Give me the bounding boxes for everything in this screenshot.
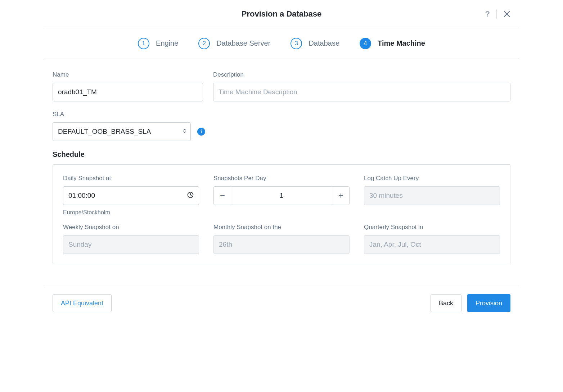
step-label: Engine: [156, 39, 178, 47]
schedule-title: Schedule: [53, 150, 510, 159]
snapshots-per-day-field: Snapshots Per Day 1: [213, 175, 350, 216]
provision-modal: Provision a Database ? 1 Engine 2 Databa…: [44, 0, 519, 320]
step-number: 4: [360, 38, 371, 49]
name-field: Name: [53, 71, 203, 101]
step-database-server[interactable]: 2 Database Server: [198, 38, 270, 49]
snapshots-per-day-stepper: 1: [213, 186, 350, 205]
header-actions: ?: [485, 9, 510, 19]
sla-row: DEFAULT_OOB_BRASS_SLA i: [53, 122, 510, 141]
increment-button[interactable]: [332, 187, 349, 205]
weekly-snapshot-input: [63, 235, 199, 254]
clock-icon[interactable]: [187, 191, 194, 200]
log-catch-up-label: Log Catch Up Every: [364, 175, 500, 182]
weekly-snapshot-field: Weekly Snapshot on: [63, 224, 199, 254]
name-description-row: Name Description: [53, 71, 510, 101]
quarterly-snapshot-field: Quarterly Snapshot in: [364, 224, 500, 254]
wizard-stepper: 1 Engine 2 Database Server 3 Database 4 …: [44, 28, 519, 59]
snapshots-per-day-value: 1: [231, 187, 332, 205]
step-time-machine[interactable]: 4 Time Machine: [360, 38, 425, 49]
help-icon[interactable]: ?: [485, 9, 490, 19]
schedule-grid-row1: Daily Snapshot at Europe/Stockholm Snaps…: [63, 175, 500, 216]
info-icon[interactable]: i: [197, 128, 205, 136]
timezone-label: Europe/Stockholm: [63, 209, 199, 216]
quarterly-snapshot-label: Quarterly Snapshot in: [364, 224, 500, 231]
schedule-box: Daily Snapshot at Europe/Stockholm Snaps…: [53, 164, 510, 264]
header-divider: [496, 9, 497, 19]
back-button[interactable]: Back: [431, 294, 461, 312]
daily-snapshot-field: Daily Snapshot at Europe/Stockholm: [63, 175, 199, 216]
decrement-button[interactable]: [214, 187, 231, 205]
monthly-snapshot-input: [213, 235, 350, 254]
name-input[interactable]: [53, 83, 203, 101]
sla-label: SLA: [53, 111, 510, 118]
api-equivalent-button[interactable]: API Equivalent: [53, 294, 112, 312]
step-database[interactable]: 3 Database: [290, 38, 339, 49]
step-engine[interactable]: 1 Engine: [138, 38, 178, 49]
modal-body: Name Description SLA DEFAULT_OOB_BRASS_S…: [44, 59, 519, 273]
step-label: Database: [308, 39, 339, 47]
step-number: 1: [138, 38, 149, 49]
modal-header: Provision a Database ?: [44, 0, 519, 28]
description-field: Description: [213, 71, 510, 101]
chevron-updown-icon: [183, 128, 186, 135]
log-catch-up-input: [364, 186, 500, 205]
step-number: 2: [198, 38, 210, 49]
modal-footer: API Equivalent Back Provision: [44, 286, 519, 320]
sla-select-value: DEFAULT_OOB_BRASS_SLA: [58, 128, 151, 136]
sla-field: SLA DEFAULT_OOB_BRASS_SLA i: [53, 111, 510, 141]
step-number: 3: [290, 38, 302, 49]
monthly-snapshot-label: Monthly Snapshot on the: [213, 224, 350, 231]
step-label: Time Machine: [378, 39, 425, 47]
step-label: Database Server: [216, 39, 270, 47]
description-label: Description: [213, 71, 510, 78]
schedule-grid-row2: Weekly Snapshot on Monthly Snapshot on t…: [63, 224, 500, 254]
daily-time-wrap: [63, 186, 199, 205]
sla-select-wrap: DEFAULT_OOB_BRASS_SLA: [53, 122, 191, 141]
daily-snapshot-time-input[interactable]: [63, 186, 199, 205]
quarterly-snapshot-input: [364, 235, 500, 254]
monthly-snapshot-field: Monthly Snapshot on the: [213, 224, 350, 254]
daily-snapshot-label: Daily Snapshot at: [63, 175, 199, 182]
description-input[interactable]: [213, 83, 510, 101]
snapshots-per-day-label: Snapshots Per Day: [213, 175, 350, 182]
name-label: Name: [53, 71, 203, 78]
log-catch-up-field: Log Catch Up Every: [364, 175, 500, 216]
provision-button[interactable]: Provision: [467, 294, 510, 312]
weekly-snapshot-label: Weekly Snapshot on: [63, 224, 199, 231]
modal-title: Provision a Database: [242, 9, 322, 19]
close-icon[interactable]: [503, 10, 510, 18]
sla-select[interactable]: DEFAULT_OOB_BRASS_SLA: [53, 122, 191, 141]
